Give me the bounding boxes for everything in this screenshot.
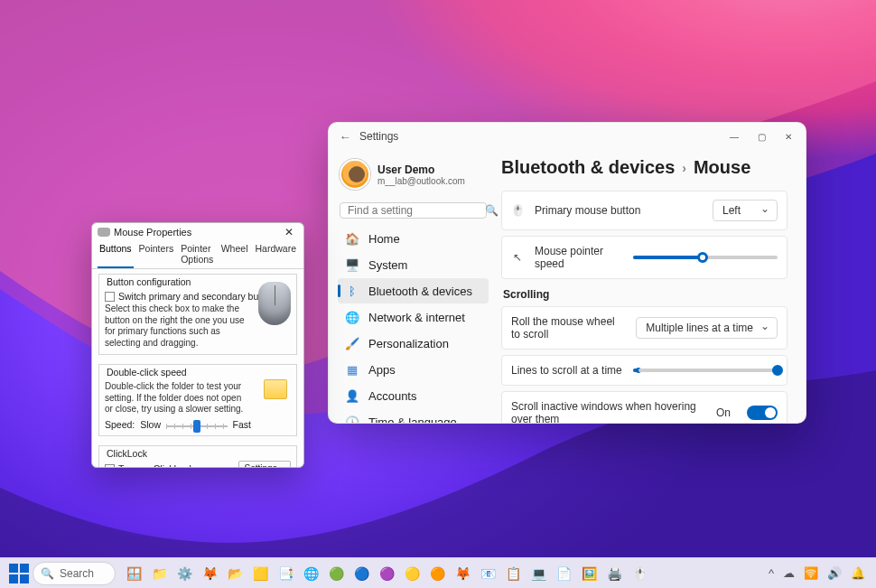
sidebar-item-personalization[interactable]: 🖌️Personalization xyxy=(338,331,489,356)
tab-pointer-options[interactable]: Pointer Options xyxy=(179,241,216,268)
sidebar-item-system[interactable]: 🖥️System xyxy=(338,252,489,277)
breadcrumb: Bluetooth & devices › Mouse xyxy=(501,157,787,178)
dialog-titlebar[interactable]: Mouse Properties ✕ xyxy=(92,223,303,241)
lines-scroll-row: Lines to scroll at a time xyxy=(501,355,787,386)
pointer-speed-row: ↖ Mouse pointer speed xyxy=(501,236,787,279)
mouse-icon: 🖱️ xyxy=(511,204,524,217)
inactive-scroll-toggle[interactable] xyxy=(747,406,778,420)
test-folder-icon[interactable] xyxy=(264,379,287,399)
inactive-scroll-label: Scroll inactive windows when hovering ov… xyxy=(511,400,705,423)
mouse-illustration xyxy=(258,282,291,325)
nav-label: Bluetooth & devices xyxy=(368,285,472,298)
lines-scroll-label: Lines to scroll at a time xyxy=(511,364,622,377)
sidebar-nav: 🏠Home🖥️SystemᛒBluetooth & devices🌐Networ… xyxy=(338,226,489,423)
taskbar-app-3[interactable]: 🦊 xyxy=(199,563,220,584)
button-config-group: Button configuration Switch primary and … xyxy=(98,274,297,355)
primary-mouse-dropdown[interactable]: Left xyxy=(713,200,778,221)
clicklock-label: Turn on ClickLock xyxy=(118,463,194,468)
user-name: User Demo xyxy=(377,163,465,176)
taskbar-search-placeholder: Search xyxy=(60,567,94,580)
primary-mouse-button-row: 🖱️ Primary mouse button Left xyxy=(501,191,787,230)
button-config-legend: Button configuration xyxy=(105,276,192,287)
maximize-button[interactable]: ▢ xyxy=(748,124,775,149)
sidebar-item-apps[interactable]: ▦Apps xyxy=(338,357,489,382)
taskbar-app-10[interactable]: 🟣 xyxy=(376,563,397,584)
start-button[interactable] xyxy=(9,564,29,583)
minimize-button[interactable]: — xyxy=(721,124,748,149)
taskbar-app-6[interactable]: 📑 xyxy=(275,563,296,584)
mouse-dialog-icon xyxy=(98,228,110,237)
back-button[interactable]: ← xyxy=(332,130,358,144)
sidebar-item-time[interactable]: 🕓Time & language xyxy=(338,409,489,423)
taskbar-app-19[interactable]: 🖨️ xyxy=(603,563,625,584)
pointer-speed-slider[interactable] xyxy=(633,256,778,259)
nav-icon: 🕓 xyxy=(345,415,359,423)
breadcrumb-parent[interactable]: Bluetooth & devices xyxy=(501,157,675,178)
nav-label: Apps xyxy=(368,363,396,377)
roll-wheel-dropdown[interactable]: Multiple lines at a time xyxy=(636,317,778,339)
doubleclick-group: Double-click speed Double-click the fold… xyxy=(98,364,297,436)
nav-icon: ᛒ xyxy=(345,284,359,298)
tray-cloud-icon[interactable]: ☁ xyxy=(783,566,795,580)
settings-titlebar[interactable]: ← Settings — ▢ ✕ xyxy=(329,123,806,150)
primary-mouse-label: Primary mouse button xyxy=(535,204,702,217)
taskbar-app-12[interactable]: 🟠 xyxy=(426,563,448,584)
tab-buttons[interactable]: Buttons xyxy=(98,241,134,268)
doubleclick-slider[interactable] xyxy=(166,424,228,429)
avatar xyxy=(340,159,370,190)
sidebar-item-bluetooth[interactable]: ᛒBluetooth & devices xyxy=(338,278,489,303)
taskbar-app-17[interactable]: 📄 xyxy=(553,563,574,584)
switch-buttons-checkbox[interactable] xyxy=(105,292,115,302)
clicklock-group: ClickLock Turn on ClickLock Settings... … xyxy=(98,445,297,469)
taskbar-app-18[interactable]: 🖼️ xyxy=(578,563,600,584)
taskbar-app-1[interactable]: 📁 xyxy=(148,563,170,584)
taskbar-app-0[interactable]: 🪟 xyxy=(123,563,144,584)
clicklock-settings-button[interactable]: Settings... xyxy=(238,461,291,469)
taskbar-app-14[interactable]: 📧 xyxy=(477,563,499,584)
taskbar-app-7[interactable]: 🌐 xyxy=(300,563,322,584)
taskbar-search[interactable]: 🔍 Search xyxy=(33,562,116,585)
taskbar-app-2[interactable]: ⚙️ xyxy=(173,563,195,584)
window-title: Settings xyxy=(359,130,398,143)
search-field[interactable] xyxy=(346,203,485,218)
taskbar-app-5[interactable]: 🟨 xyxy=(249,563,271,584)
tab-pointers[interactable]: Pointers xyxy=(137,241,176,268)
taskbar-app-13[interactable]: 🦊 xyxy=(452,563,473,584)
settings-sidebar: User Demo m__lab@outlook.com 🔍 🏠Home🖥️Sy… xyxy=(329,150,494,423)
settings-window: ← Settings — ▢ ✕ User Demo m__lab@outloo… xyxy=(328,122,806,424)
cursor-icon: ↖ xyxy=(511,251,524,264)
fast-label: Fast xyxy=(233,419,251,430)
sidebar-item-network[interactable]: 🌐Network & internet xyxy=(338,304,489,330)
user-profile[interactable]: User Demo m__lab@outlook.com xyxy=(338,154,489,199)
taskbar-app-15[interactable]: 📋 xyxy=(502,563,524,584)
taskbar-app-9[interactable]: 🔵 xyxy=(350,563,372,584)
clicklock-legend: ClickLock xyxy=(105,448,149,459)
breadcrumb-sep: › xyxy=(682,161,686,175)
settings-main: Bluetooth & devices › Mouse 🖱️ Primary m… xyxy=(494,150,806,423)
nav-icon: 🖌️ xyxy=(345,336,359,350)
nav-label: Personalization xyxy=(368,337,449,350)
taskbar-app-16[interactable]: 💻 xyxy=(527,563,549,584)
taskbar-app-11[interactable]: 🟡 xyxy=(401,563,423,584)
dialog-title: Mouse Properties xyxy=(114,227,191,238)
tray-overflow-icon[interactable]: ^ xyxy=(769,566,774,580)
dialog-close-button[interactable]: ✕ xyxy=(280,226,298,238)
tray-volume-icon[interactable]: 🔊 xyxy=(827,566,842,580)
speed-label: Speed: xyxy=(105,419,135,430)
tab-wheel[interactable]: Wheel xyxy=(219,241,250,268)
nav-icon: 🏠 xyxy=(345,231,359,246)
taskbar: 🔍 Search 🪟📁⚙️🦊📂🟨📑🌐🟢🔵🟣🟡🟠🦊📧📋💻📄🖼️🖨️🖱️ ^ ☁ 🛜… xyxy=(0,557,876,588)
taskbar-app-20[interactable]: 🖱️ xyxy=(629,563,650,584)
nav-label: System xyxy=(368,258,407,272)
close-button[interactable]: ✕ xyxy=(775,124,802,149)
sidebar-item-home[interactable]: 🏠Home xyxy=(338,226,489,251)
tray-notification-icon[interactable]: 🔔 xyxy=(851,566,865,580)
taskbar-app-4[interactable]: 📂 xyxy=(224,563,246,584)
tab-hardware[interactable]: Hardware xyxy=(253,241,298,268)
search-input[interactable]: 🔍 xyxy=(340,202,487,219)
lines-scroll-slider[interactable] xyxy=(633,369,778,372)
clicklock-checkbox[interactable] xyxy=(105,464,115,469)
tray-wifi-icon[interactable]: 🛜 xyxy=(804,566,818,580)
taskbar-app-8[interactable]: 🟢 xyxy=(325,563,347,584)
sidebar-item-accounts[interactable]: 👤Accounts xyxy=(338,383,489,408)
